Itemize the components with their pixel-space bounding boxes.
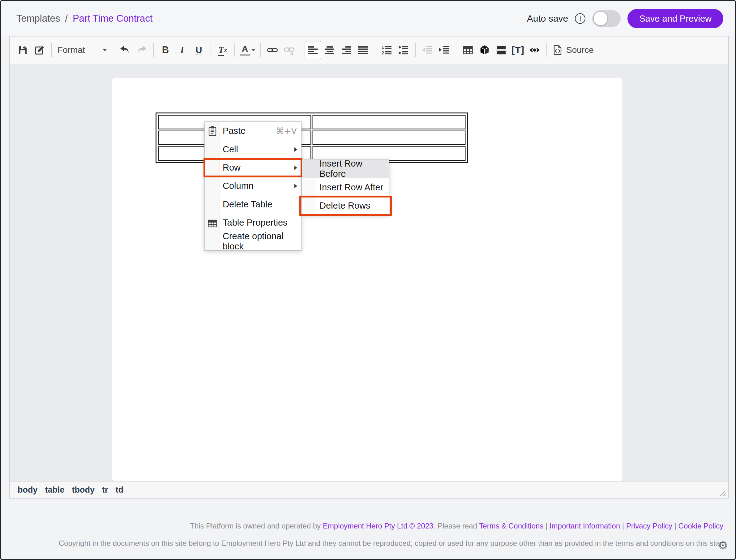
menu-item-create-optional-block[interactable]: Create optional block [205, 232, 301, 250]
menu-item-label: Cell [223, 144, 238, 155]
bold-button[interactable]: B [157, 41, 174, 59]
toolbar-separator [301, 43, 301, 57]
bullet-list-icon [398, 45, 409, 56]
breadcrumb-templates[interactable]: Templates [16, 13, 60, 24]
outdent-button[interactable] [419, 41, 436, 59]
editor-canvas[interactable]: Paste ⌘+V Cell Row Column Delete Table [10, 64, 728, 481]
numbered-list-button[interactable]: 12 [379, 41, 395, 59]
submenu-item-insert-row-before[interactable]: Insert Row Before [302, 159, 389, 178]
svg-text:2: 2 [382, 50, 384, 55]
settings-gear-icon[interactable]: ⚙ [718, 540, 728, 551]
footer-link-cookie-policy[interactable]: Cookie Policy [679, 522, 723, 530]
link-button[interactable] [264, 41, 281, 59]
eye-icon [529, 45, 541, 56]
insert-table-button[interactable] [460, 41, 476, 59]
source-button-label: Source [566, 45, 594, 55]
edit-template-button[interactable] [31, 41, 48, 59]
path-item-table[interactable]: table [45, 485, 65, 495]
editor-toolbar: Format B I U Tx A [10, 36, 728, 64]
footer-link-important-information[interactable]: Important Information [550, 522, 620, 530]
breadcrumb-current: Part Time Contract [73, 13, 152, 24]
menu-item-label: Table Properties [223, 218, 287, 228]
toolbar-separator [456, 43, 456, 57]
page-break-button[interactable] [493, 41, 510, 59]
menu-item-row[interactable]: Row [205, 159, 301, 177]
autosave-label: Auto save [527, 13, 568, 24]
info-icon[interactable]: i [575, 13, 585, 24]
remove-format-x: x [224, 47, 227, 53]
site-footer: This Platform is owned and operated by E… [13, 521, 723, 548]
footer-line2: Copyright in the documents on this site … [13, 539, 723, 548]
path-item-tr[interactable]: tr [102, 485, 108, 495]
italic-button[interactable]: I [174, 41, 190, 59]
document-table[interactable] [155, 112, 468, 163]
toolbar-separator [113, 43, 113, 57]
preview-button[interactable] [526, 41, 543, 59]
text-color-button[interactable]: A [238, 41, 257, 59]
undo-button[interactable] [117, 41, 133, 59]
format-dropdown-label: Format [57, 45, 85, 55]
menu-item-column[interactable]: Column [205, 177, 301, 195]
align-right-button[interactable] [338, 41, 355, 59]
footer-link-terms[interactable]: Terms & Conditions [479, 522, 543, 530]
save-and-preview-button[interactable]: Save and Preview [628, 9, 723, 28]
outdent-icon [422, 45, 433, 56]
toolbar-separator [415, 43, 416, 57]
document-page[interactable] [112, 78, 623, 481]
indent-button[interactable] [436, 41, 453, 59]
redo-button[interactable] [133, 41, 150, 59]
footer-link-privacy-policy[interactable]: Privacy Policy [626, 522, 672, 530]
toggle-knob [594, 12, 607, 25]
menu-item-paste[interactable]: Paste ⌘+V [205, 122, 301, 140]
bullet-list-button[interactable] [395, 41, 412, 59]
align-justify-button[interactable] [355, 41, 372, 59]
source-button[interactable]: Source [550, 41, 596, 59]
menu-item-cell[interactable]: Cell [205, 140, 301, 159]
align-left-button[interactable] [304, 41, 321, 59]
path-item-tbody[interactable]: tbody [72, 485, 95, 495]
submenu-item-label: Delete Rows [319, 201, 370, 211]
underline-button[interactable]: U [190, 41, 207, 59]
align-justify-icon [357, 45, 369, 56]
breadcrumb: Templates / Part Time Contract [16, 13, 152, 24]
path-item-body[interactable]: body [18, 485, 38, 495]
placeholder-text-button[interactable]: [T] [510, 41, 526, 59]
floppy-save-icon [17, 45, 28, 56]
format-dropdown[interactable]: Format [55, 41, 109, 59]
chevron-down-icon [251, 49, 255, 51]
toolbar-separator [375, 43, 375, 57]
header-actions: Auto save i Save and Preview [527, 9, 723, 28]
unlink-button[interactable] [281, 41, 297, 59]
menu-item-table-properties[interactable]: Table Properties [205, 214, 301, 232]
remove-format-t: T [218, 45, 224, 56]
submenu-arrow-icon [294, 147, 297, 152]
submenu-item-delete-rows[interactable]: Delete Rows [302, 197, 389, 215]
toolbar-separator [210, 43, 211, 57]
save-template-button[interactable] [15, 41, 31, 59]
footer-divider: | [620, 522, 626, 530]
align-center-icon [324, 45, 335, 56]
path-item-td[interactable]: td [116, 485, 123, 495]
table-cell[interactable] [313, 115, 466, 129]
autosave-toggle[interactable] [592, 10, 621, 27]
submenu-item-insert-row-after[interactable]: Insert Row After [302, 178, 389, 197]
footer-text: . Please read [434, 522, 479, 530]
menu-item-label: Paste [223, 126, 245, 136]
toolbar-separator [260, 43, 261, 57]
resize-grip-icon[interactable] [719, 490, 726, 496]
cube-block-icon [479, 45, 490, 56]
menu-shortcut: ⌘+V [276, 126, 301, 136]
table-cell[interactable] [313, 131, 466, 145]
submenu-arrow-icon [294, 166, 297, 170]
footer-divider: | [543, 522, 550, 530]
submenu-item-label: Insert Row Before [319, 159, 389, 179]
toolbar-separator [153, 43, 154, 57]
insert-block-button[interactable] [476, 41, 493, 59]
menu-item-delete-table[interactable]: Delete Table [205, 195, 301, 214]
table-icon [462, 45, 474, 56]
remove-format-button[interactable]: Tx [214, 41, 231, 59]
page-break-icon [496, 45, 507, 56]
align-center-button[interactable] [321, 41, 338, 59]
footer-link-employment-hero[interactable]: Employment Hero Pty Ltd © 2023 [323, 522, 434, 530]
context-menu: Paste ⌘+V Cell Row Column Delete Table [204, 121, 301, 251]
